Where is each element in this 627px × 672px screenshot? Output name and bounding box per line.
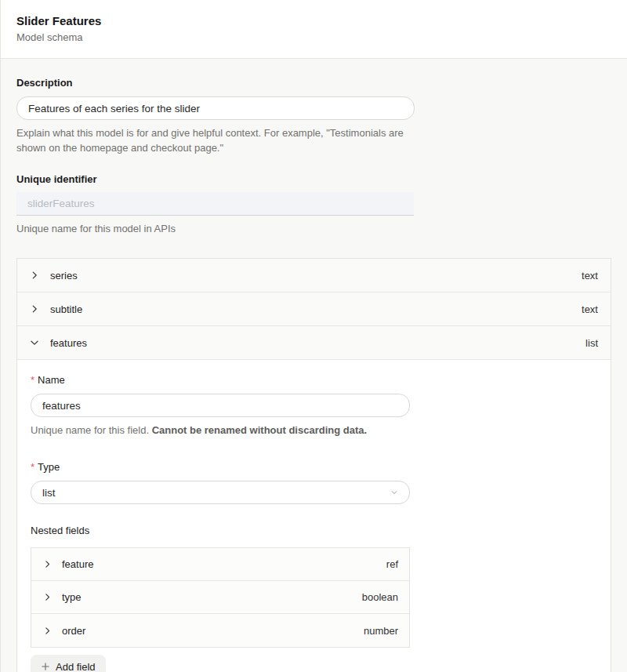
unique-identifier-block: Unique identifier Unique name for this m…	[16, 173, 611, 236]
chevron-down-icon	[390, 489, 398, 496]
field-type-selected-value: list	[42, 487, 56, 499]
nested-field-name: order	[62, 625, 85, 637]
nested-field-row-type[interactable]: type boolean	[31, 581, 409, 614]
model-schema-form: Description Explain what this model is f…	[1, 59, 627, 672]
description-input[interactable]	[16, 96, 415, 120]
nested-field-type: ref	[386, 558, 398, 570]
field-row-name: features	[50, 337, 87, 349]
field-name-input[interactable]	[31, 394, 410, 417]
nested-field-row-feature[interactable]: feature ref	[31, 548, 409, 581]
field-row-type: text	[582, 303, 598, 315]
add-field-button[interactable]: Add field	[31, 655, 106, 672]
field-row-name: subtitle	[50, 303, 82, 315]
nested-field-name: type	[62, 591, 82, 603]
unique-identifier-helper: Unique name for this model in APIs	[16, 221, 416, 236]
field-row-features[interactable]: features list	[17, 326, 611, 360]
field-editor-features: *Name Unique name for this field. Cannot…	[17, 360, 611, 672]
nested-fields-label: Nested fields	[31, 525, 597, 537]
page-subtitle: Model schema	[16, 31, 611, 44]
page-header: Slider Features Model schema	[1, 0, 627, 59]
description-helper: Explain what this model is for and give …	[16, 125, 416, 155]
unique-identifier-label: Unique identifier	[16, 173, 611, 186]
required-asterisk: *	[31, 461, 34, 473]
nested-field-type: boolean	[362, 591, 398, 603]
chevron-right-icon	[42, 592, 53, 602]
field-row-name: series	[50, 270, 78, 282]
field-row-type: text	[582, 270, 598, 282]
nested-field-type: number	[364, 625, 398, 637]
fields-list: series text subtitle text features list …	[16, 258, 611, 672]
description-label: Description	[16, 77, 611, 89]
description-block: Description Explain what this model is f…	[16, 77, 611, 155]
page-title: Slider Features	[16, 13, 611, 28]
chevron-right-icon	[42, 626, 53, 636]
chevron-down-icon	[29, 337, 40, 348]
field-row-series[interactable]: series text	[17, 259, 611, 292]
add-field-label: Add field	[56, 661, 96, 672]
unique-identifier-input	[16, 192, 414, 216]
plus-icon	[41, 662, 50, 671]
nested-field-row-order[interactable]: order number	[31, 614, 409, 647]
type-label: *Type	[31, 461, 597, 474]
chevron-right-icon	[29, 270, 40, 281]
name-block: *Name Unique name for this field. Cannot…	[31, 374, 597, 438]
field-type-select[interactable]: list	[31, 481, 410, 504]
name-helper: Unique name for this field. Cannot be re…	[31, 423, 430, 438]
required-asterisk: *	[31, 374, 34, 386]
name-label: *Name	[31, 374, 597, 387]
chevron-right-icon	[42, 559, 53, 569]
chevron-right-icon	[29, 303, 40, 314]
nested-fields-list: feature ref type boolean order number	[31, 547, 410, 648]
nested-field-name: feature	[62, 558, 93, 570]
field-row-subtitle[interactable]: subtitle text	[17, 292, 611, 326]
type-block: *Type list	[31, 461, 597, 504]
field-row-type: list	[585, 337, 598, 349]
